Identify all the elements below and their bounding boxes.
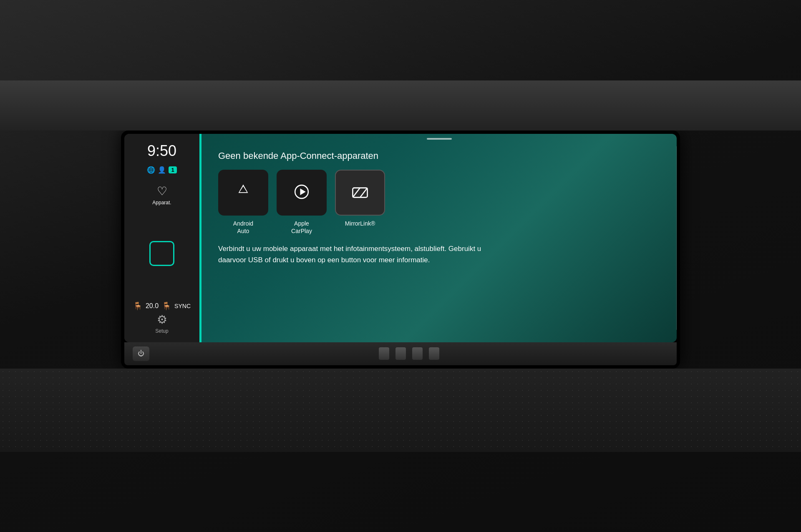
apple-carplay-icon bbox=[292, 183, 311, 203]
home-button[interactable] bbox=[149, 241, 174, 266]
time-display: 9:50 bbox=[131, 142, 193, 160]
page-title: Geen bekende App-Connect-apparaten bbox=[218, 151, 660, 161]
slider-knob-1[interactable] bbox=[379, 347, 389, 360]
setup-button[interactable]: ⚙ Setup bbox=[131, 313, 193, 334]
android-auto-label: AndroidAuto bbox=[233, 220, 253, 235]
honeycomb-texture bbox=[0, 369, 801, 452]
notification-badge: 1 bbox=[169, 166, 176, 173]
home-button-area bbox=[131, 210, 193, 297]
app-buttons-row: AndroidAuto AppleCarPlay bbox=[218, 170, 660, 235]
temp-value: 20.0 bbox=[146, 302, 159, 310]
sidebar-item-apparat[interactable]: ♡ Apparat. bbox=[131, 184, 193, 206]
setup-label: Setup bbox=[155, 328, 168, 334]
apple-carplay-label: AppleCarPlay bbox=[291, 220, 312, 235]
main-content: Geen bekende App-Connect-apparaten bbox=[202, 134, 677, 342]
power-icon: ⏻ bbox=[138, 350, 144, 357]
heart-icon: ♡ bbox=[157, 184, 167, 198]
slider-knob-2[interactable] bbox=[395, 347, 406, 360]
svg-line-6 bbox=[360, 188, 368, 197]
dashboard-bottom bbox=[0, 369, 801, 452]
android-auto-icon-box bbox=[218, 170, 268, 216]
infotainment-screen: 9:50 🌐 👤 1 ♡ Apparat. bbox=[124, 134, 677, 342]
seat-heat-right-icon: 🪑 bbox=[162, 301, 171, 311]
seat-heat-left-icon: 🪑 bbox=[133, 301, 142, 311]
android-auto-button[interactable]: AndroidAuto bbox=[218, 170, 268, 235]
top-indicator bbox=[427, 138, 452, 140]
screen-bezel: 9:50 🌐 👤 1 ♡ Apparat. bbox=[121, 130, 680, 369]
control-bar: ⏻ bbox=[124, 342, 677, 365]
slider-knob-3[interactable] bbox=[412, 347, 423, 360]
right-divider bbox=[676, 146, 677, 330]
globe-icon: 🌐 bbox=[147, 166, 155, 174]
apple-carplay-button[interactable]: AppleCarPlay bbox=[277, 170, 327, 235]
mirrorlink-icon-box bbox=[335, 170, 385, 216]
power-button[interactable]: ⏻ bbox=[133, 346, 149, 361]
car-surround: 9:50 🌐 👤 1 ♡ Apparat. bbox=[0, 0, 801, 532]
slider-area bbox=[149, 347, 668, 360]
sidebar: 9:50 🌐 👤 1 ♡ Apparat. bbox=[124, 134, 199, 342]
description-text: Verbindt u uw mobiele apparaat met het i… bbox=[218, 243, 502, 266]
dashboard-top bbox=[0, 80, 801, 130]
bottom-controls: 🪑 20.0 🪑 SYNC ⚙ Setup bbox=[131, 301, 193, 334]
slider-knob-4[interactable] bbox=[429, 347, 439, 360]
mirrorlink-icon bbox=[351, 183, 369, 202]
mirrorlink-label: MirrorLink® bbox=[345, 220, 375, 227]
person-icon: 👤 bbox=[158, 166, 166, 174]
svg-line-5 bbox=[353, 188, 360, 197]
status-icons: 🌐 👤 1 bbox=[131, 166, 193, 174]
temp-sync-row: 🪑 20.0 🪑 SYNC bbox=[131, 301, 193, 311]
mirrorlink-button[interactable]: MirrorLink® bbox=[335, 170, 385, 227]
svg-marker-3 bbox=[300, 188, 305, 195]
apparat-label: Apparat. bbox=[152, 200, 171, 206]
sync-label: SYNC bbox=[174, 303, 191, 309]
android-auto-icon bbox=[234, 183, 252, 203]
svg-rect-4 bbox=[353, 188, 367, 197]
apple-carplay-icon-box bbox=[277, 170, 327, 216]
gear-icon: ⚙ bbox=[157, 313, 167, 326]
